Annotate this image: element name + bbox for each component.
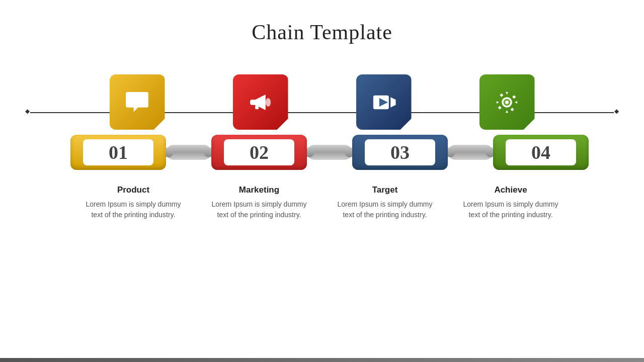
page-title: Chain Template [252, 20, 392, 44]
text-card-target: Target Lorem Ipsum is simply dummy text … [337, 185, 433, 220]
text-card-product: Product Lorem Ipsum is simply dummy text… [86, 185, 181, 220]
svg-rect-2 [131, 101, 139, 103]
gear-icon [493, 88, 521, 116]
svg-rect-1 [131, 98, 143, 99]
text-card-marketing: Marketing Lorem Ipsum is simply dummy te… [211, 185, 307, 220]
svg-marker-6 [390, 97, 395, 108]
num-inner-01: 01 [83, 139, 153, 165]
slide: Chain Template [0, 0, 644, 362]
text-card-body-achieve: Lorem Ipsum is simply dummy text of the … [463, 199, 558, 220]
num-label-01: 01 [109, 141, 128, 163]
text-card-title-achieve: Achieve [463, 185, 558, 195]
icon-box-marketing [233, 74, 288, 130]
bottom-bar [0, 358, 644, 362]
chain-connector-1 [166, 145, 211, 160]
icon-box-product [110, 74, 165, 130]
num-box-01: 01 [70, 135, 166, 170]
svg-point-4 [266, 98, 271, 106]
icon-box-target [356, 74, 412, 130]
icons-row [75, 74, 569, 130]
num-box-02: 02 [211, 135, 307, 170]
text-card-title-product: Product [86, 185, 181, 195]
icon-box-achieve [479, 74, 535, 130]
text-card-body-target: Lorem Ipsum is simply dummy text of the … [337, 199, 433, 220]
num-label-03: 03 [390, 141, 410, 163]
timeline-area: 01 02 03 [0, 74, 644, 220]
num-inner-04: 04 [506, 139, 576, 165]
chain-row: 01 02 03 [70, 135, 574, 170]
chain-connector-3 [448, 145, 493, 160]
text-card-title-marketing: Marketing [211, 185, 307, 195]
num-inner-02: 02 [224, 139, 294, 165]
num-box-03: 03 [352, 135, 448, 170]
num-inner-03: 03 [365, 139, 435, 165]
svg-rect-3 [255, 105, 259, 109]
num-label-04: 04 [531, 141, 550, 163]
num-label-02: 02 [250, 141, 269, 163]
num-box-04: 04 [493, 135, 589, 170]
text-card-body-marketing: Lorem Ipsum is simply dummy text of the … [211, 199, 307, 220]
text-row: Product Lorem Ipsum is simply dummy text… [70, 185, 574, 220]
text-card-title-target: Target [337, 185, 433, 195]
video-icon [370, 88, 397, 116]
chat-icon [123, 88, 151, 116]
megaphone-icon [247, 88, 274, 116]
text-card-achieve: Achieve Lorem Ipsum is simply dummy text… [463, 185, 558, 220]
svg-point-9 [505, 101, 509, 104]
chain-connector-2 [307, 145, 352, 160]
text-card-body-product: Lorem Ipsum is simply dummy text of the … [86, 199, 181, 220]
